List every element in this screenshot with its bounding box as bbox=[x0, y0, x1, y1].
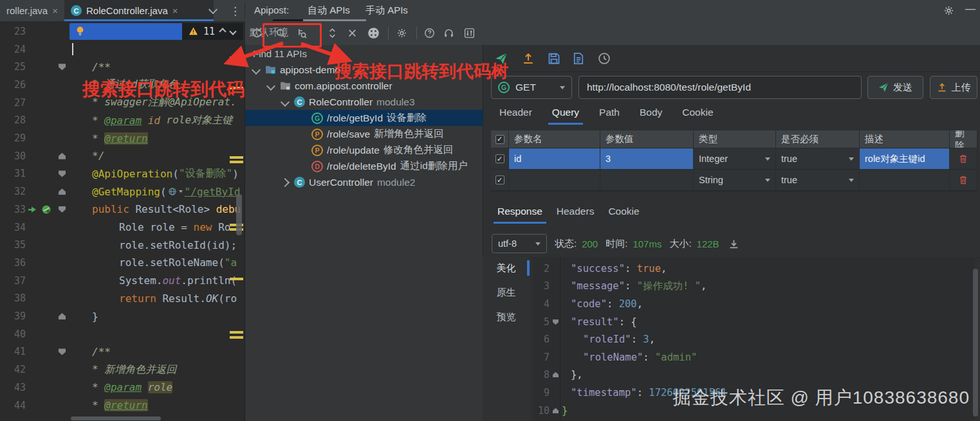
fold-marker[interactable] bbox=[59, 206, 66, 213]
help-icon[interactable] bbox=[424, 28, 435, 39]
tree-item[interactable]: G/role/getById设备删除 bbox=[245, 110, 483, 126]
chevron-down-icon[interactable] bbox=[252, 65, 261, 74]
code-token: { bbox=[631, 316, 636, 328]
param-name-cell[interactable] bbox=[509, 170, 600, 191]
editor-options-kebab-icon[interactable]: ⋮ bbox=[230, 4, 241, 18]
trash-icon[interactable] bbox=[958, 154, 968, 164]
fold-marker[interactable] bbox=[59, 348, 66, 355]
tree-item-label: /role/getById bbox=[327, 112, 383, 124]
fold-marker[interactable] bbox=[59, 313, 66, 319]
tab-response[interactable]: Response bbox=[497, 206, 542, 224]
param-description-cell[interactable] bbox=[860, 170, 950, 191]
upload-button[interactable]: 上传 bbox=[930, 76, 977, 99]
gear-icon[interactable] bbox=[396, 28, 407, 39]
history-icon[interactable] bbox=[598, 52, 611, 65]
close-icon[interactable]: × bbox=[172, 6, 178, 15]
close-icon[interactable]: × bbox=[52, 6, 58, 15]
collapse-close-icon[interactable] bbox=[347, 28, 358, 39]
run-button[interactable] bbox=[27, 204, 37, 215]
chevron-down-icon[interactable] bbox=[266, 81, 275, 90]
code-token: (ro bbox=[218, 292, 237, 305]
checkbox[interactable]: ✓ bbox=[495, 175, 504, 184]
tree-item[interactable]: CUserControllermodule2 bbox=[245, 174, 483, 190]
code-token: ( bbox=[160, 186, 167, 198]
tab-query[interactable]: Query bbox=[552, 107, 579, 125]
param-value-cell[interactable]: 3 bbox=[600, 148, 694, 170]
param-value-cell[interactable] bbox=[600, 170, 694, 191]
tab-manual-apis[interactable]: 手动 APIs bbox=[365, 4, 408, 17]
checkbox[interactable]: ✓ bbox=[495, 154, 504, 163]
tree-item[interactable]: P/role/update修改角色并返回 bbox=[245, 142, 483, 158]
code-token: role.setRoleId(id); bbox=[119, 239, 237, 251]
text-cursor bbox=[72, 43, 73, 55]
fold-marker[interactable] bbox=[59, 188, 66, 195]
editor-horizontal-scrollbar[interactable] bbox=[71, 417, 161, 420]
tab-auto-apis[interactable]: 自动 APIs bbox=[308, 4, 350, 17]
row-checkbox-cell: ✓ bbox=[491, 170, 509, 191]
checkbox[interactable]: ✓ bbox=[495, 135, 504, 144]
editor-vertical-scrollbar[interactable] bbox=[236, 194, 242, 235]
apipost-debug-icon[interactable] bbox=[41, 204, 51, 215]
warnings-badge[interactable]: 11 bbox=[182, 23, 243, 40]
dots-grid-icon[interactable] bbox=[367, 27, 380, 39]
code-token: "admin" bbox=[655, 352, 697, 363]
gutter-cell bbox=[26, 343, 69, 361]
download-icon[interactable] bbox=[728, 238, 739, 249]
gutter-cell bbox=[26, 325, 69, 343]
view-tab-beautify[interactable]: 美化 bbox=[483, 260, 530, 276]
response-vertical-scrollbar[interactable] bbox=[973, 269, 978, 417]
tab-header[interactable]: Header bbox=[499, 107, 532, 125]
upload-icon[interactable] bbox=[522, 52, 535, 65]
param-name-cell[interactable]: id bbox=[509, 148, 600, 170]
tree-item[interactable]: P/role/save新增角色并返回 bbox=[245, 126, 483, 142]
encoding-select[interactable]: utf-8 bbox=[492, 234, 547, 253]
param-required-select[interactable]: true bbox=[776, 170, 860, 191]
line-number: 38 bbox=[0, 292, 26, 304]
save-icon[interactable] bbox=[548, 52, 560, 65]
tree-item[interactable]: D/role/deleteById通过id删除用户 bbox=[245, 158, 483, 174]
gutter-cell bbox=[26, 361, 69, 379]
expand-all-icon[interactable] bbox=[327, 28, 338, 39]
settings-gear-icon[interactable] bbox=[943, 5, 954, 16]
headphones-icon[interactable] bbox=[443, 28, 454, 39]
sliders-settings-icon[interactable] bbox=[464, 28, 475, 39]
previous-warning-icon[interactable] bbox=[219, 28, 226, 35]
fold-marker[interactable] bbox=[59, 153, 66, 159]
next-warning-icon[interactable] bbox=[229, 28, 236, 35]
fold-marker[interactable] bbox=[553, 408, 559, 413]
line-number: 32 bbox=[0, 186, 26, 197]
tab-cookie[interactable]: Cookie bbox=[682, 107, 713, 125]
gutter-cell bbox=[26, 183, 69, 201]
code-token: /** bbox=[92, 61, 111, 73]
editor-tab-active[interactable]: C RoleController.java × bbox=[64, 0, 214, 21]
json-text: }, bbox=[560, 369, 583, 381]
warning-count: 11 bbox=[203, 26, 215, 37]
tab-response-headers[interactable]: Headers bbox=[557, 206, 595, 224]
fold-marker[interactable] bbox=[59, 64, 66, 70]
chevron-right-icon[interactable] bbox=[281, 177, 290, 186]
tab-response-cookie[interactable]: Cookie bbox=[608, 206, 639, 224]
minimize-icon[interactable]: — bbox=[965, 3, 975, 15]
fold-marker[interactable] bbox=[553, 319, 559, 325]
url-input[interactable]: http://localhost:8080/test/role/getById bbox=[578, 76, 862, 99]
send-button[interactable]: 发送 bbox=[867, 76, 923, 99]
tab-path[interactable]: Path bbox=[599, 107, 620, 125]
title-bar: roller.java × C RoleController.java × ⋮ … bbox=[0, 0, 980, 22]
url-globe-icon[interactable] bbox=[168, 187, 177, 196]
lightbulb-icon[interactable] bbox=[75, 26, 86, 37]
param-type-select[interactable]: String bbox=[694, 170, 776, 191]
param-required-select[interactable]: true bbox=[776, 148, 860, 170]
param-type-select[interactable]: Integer bbox=[694, 148, 776, 170]
fold-marker[interactable] bbox=[553, 372, 559, 378]
chevron-down-icon[interactable] bbox=[281, 97, 290, 106]
view-tab-preview[interactable]: 预览 bbox=[483, 309, 530, 325]
param-description-cell[interactable]: role对象主键id bbox=[860, 148, 950, 170]
tree-item[interactable]: CRoleControllermodule3 bbox=[245, 94, 483, 110]
tab-body[interactable]: Body bbox=[640, 107, 662, 125]
code-text bbox=[69, 325, 245, 343]
trash-icon[interactable] bbox=[958, 175, 968, 185]
fold-marker[interactable] bbox=[59, 170, 66, 177]
document-icon[interactable] bbox=[572, 52, 585, 65]
view-tab-raw[interactable]: 原生 bbox=[483, 284, 530, 301]
json-line: 3"message": "操作成功! ", bbox=[533, 278, 975, 296]
